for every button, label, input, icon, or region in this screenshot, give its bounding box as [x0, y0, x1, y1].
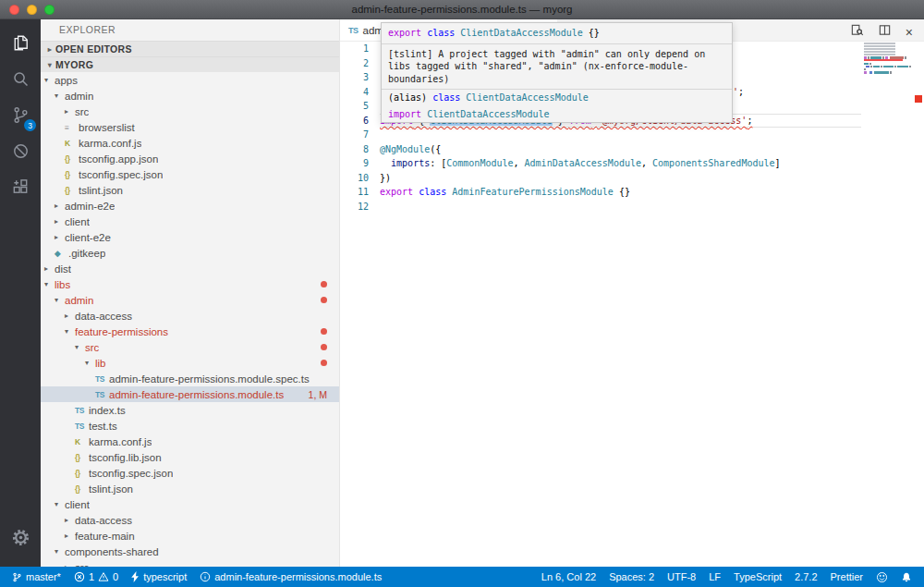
tree-item-src[interactable]: ▸src [41, 104, 339, 119]
tree-item-data-access[interactable]: ▸data-access [41, 512, 339, 528]
tree-item-karma.conf.js[interactable]: Kkarma.conf.js [41, 135, 339, 151]
tree-item-client[interactable]: ▸client [41, 214, 339, 229]
ts-version[interactable]: 2.7.2 [788, 567, 823, 587]
tree-item-label: admin [65, 91, 93, 102]
notifications[interactable] [894, 567, 918, 587]
activity-explorer-button[interactable] [0, 27, 41, 63]
window-close-button[interactable] [9, 5, 19, 15]
status-label: master* [26, 571, 61, 582]
window-title: admin-feature-permissions.module.ts — my… [351, 4, 572, 15]
feedback[interactable] [869, 567, 894, 587]
tree-item-tslint.json[interactable]: {}tslint.json [41, 182, 339, 198]
status-label: 1 [89, 571, 94, 582]
tree-item-lib[interactable]: ▾lib [41, 355, 339, 371]
typescript-status[interactable]: typescript [125, 567, 193, 587]
error-dot [321, 360, 327, 366]
code-line-10[interactable]: 10}) [340, 171, 861, 186]
tree-item-admin-feature-permissions.module.spec.ts[interactable]: TSadmin-feature-permissions.module.spec.… [41, 371, 339, 386]
tree-item-admin[interactable]: ▾admin [41, 292, 339, 308]
code-line-12[interactable]: 12 [340, 200, 861, 214]
tree-item-admin-feature-permissions.module.ts[interactable]: TSadmin-feature-permissions.module.ts1, … [41, 386, 339, 402]
problems-status[interactable]: 10 [67, 567, 125, 587]
indentation[interactable]: Spaces: 2 [602, 567, 661, 587]
tree-item-data-access[interactable]: ▸data-access [41, 308, 339, 324]
hover-lint-message: [tslint] A project tagged with "admin" c… [382, 44, 732, 90]
tree-item-tsconfig.spec.json[interactable]: {}tsconfig.spec.json [41, 166, 339, 182]
tree-item-src[interactable]: ▸src [41, 559, 339, 567]
cursor-position[interactable]: Ln 6, Col 22 [535, 567, 602, 587]
prettier-status[interactable]: Prettier [824, 567, 869, 587]
close-editor-icon[interactable]: × [906, 26, 913, 39]
activity-debug-button[interactable] [0, 135, 41, 171]
tree-item-feature-main[interactable]: ▸feature-main [41, 528, 339, 544]
window-zoom-button[interactable] [44, 5, 55, 15]
hover-tooltip[interactable]: export class ClientDataAccessModule {} [… [381, 22, 733, 123]
tree-item-label: feature-permissions [75, 326, 168, 337]
code-line-11[interactable]: 11export class AdminFeaturePermissionsMo… [340, 185, 861, 200]
code-line-8[interactable]: 8@NgModule({ [340, 142, 861, 157]
tree-item-label: tsconfig.spec.json [79, 169, 163, 180]
tree-item-label: admin-feature-permissions.module.spec.ts [109, 373, 310, 385]
tree-item-tsconfig.app.json[interactable]: {}tsconfig.app.json [41, 151, 339, 166]
tree-item-label: admin-e2e [65, 201, 115, 212]
tree-item-.gitkeep[interactable]: ◆.gitkeep [41, 245, 339, 261]
json-file-icon: {} [65, 170, 79, 179]
tree-item-dist[interactable]: ▸dist [41, 261, 339, 276]
tree-item-karma.conf.js[interactable]: Kkarma.conf.js [41, 434, 339, 449]
tree-item-admin-e2e[interactable]: ▸admin-e2e [41, 198, 339, 214]
chevron-down-icon: ▾ [85, 359, 95, 367]
minimap[interactable] [864, 42, 903, 77]
code-line-9[interactable]: 9 imports: [CommonModule, AdminDataAcces… [340, 156, 861, 171]
encoding[interactable]: UTF-8 [661, 567, 702, 587]
tree-item-apps[interactable]: ▾apps [41, 72, 339, 88]
status-label: LF [709, 571, 721, 582]
tree-item-index.ts[interactable]: TSindex.ts [41, 402, 339, 418]
tree-item-libs[interactable]: ▾libs [41, 276, 339, 292]
zap-icon [131, 571, 140, 582]
karma-file-icon: K [65, 139, 79, 148]
error-dot [321, 281, 327, 287]
status-label: Spaces: 2 [609, 571, 654, 582]
tree-item-label: karma.conf.js [89, 436, 152, 447]
tree-item-client-e2e[interactable]: ▸client-e2e [41, 229, 339, 245]
error-dot [321, 297, 327, 303]
tree-item-client[interactable]: ▾client [41, 496, 339, 512]
title-bar[interactable]: admin-feature-permissions.module.ts — my… [0, 0, 924, 19]
tree-item-src[interactable]: ▾src [41, 339, 339, 355]
error-dot [321, 344, 327, 350]
tree-item-components-shared[interactable]: ▾components-shared [41, 544, 339, 559]
tree-item-browserslist[interactable]: ≡browserslist [41, 119, 339, 135]
workspace-section-header[interactable]: ▾ MYORG [41, 56, 339, 72]
line-number: 6 [340, 114, 380, 128]
split-editor-icon[interactable] [878, 23, 892, 41]
git-branch-status[interactable]: master* [6, 567, 67, 587]
file-tree: ▾apps▾admin▸src≡browserslistKkarma.conf.… [41, 72, 339, 567]
eol[interactable]: LF [702, 567, 727, 587]
line-number: 11 [340, 185, 380, 200]
chevron-right-icon: ▸ [65, 516, 75, 524]
active-file-status[interactable]: admin-feature-permissions.module.ts [193, 567, 388, 587]
settings-gear-button[interactable] [0, 521, 41, 557]
tree-item-label: apps [55, 75, 78, 86]
tree-item-test.ts[interactable]: TStest.ts [41, 418, 339, 434]
tree-item-tsconfig.spec.json[interactable]: {}tsconfig.spec.json [41, 465, 339, 481]
code-text [380, 200, 861, 214]
window-minimize-button[interactable] [27, 5, 37, 15]
activity-source-control-button[interactable]: 3 [0, 99, 41, 135]
language-mode[interactable]: TypeScript [727, 567, 788, 587]
tree-item-feature-permissions[interactable]: ▾feature-permissions [41, 324, 339, 339]
activity-extensions-button[interactable] [0, 171, 41, 207]
activity-search-button[interactable] [0, 63, 41, 99]
ts-file-icon: TS [75, 422, 89, 431]
tree-item-label: browserslist [79, 122, 135, 133]
open-editors-section-header[interactable]: ▸ OPEN EDITORS [41, 41, 339, 56]
chevron-right-icon: ▸ [55, 233, 65, 241]
tree-item-tsconfig.lib.json[interactable]: {}tsconfig.lib.json [41, 449, 339, 465]
tree-item-label: admin-feature-permissions.module.ts [109, 389, 284, 400]
code-text: @NgModule({ [380, 142, 861, 157]
minimap-line [864, 74, 903, 77]
code-line-7[interactable]: 7 [340, 128, 861, 142]
open-changes-icon[interactable] [850, 23, 864, 41]
tree-item-admin[interactable]: ▾admin [41, 88, 339, 104]
tree-item-tslint.json[interactable]: {}tslint.json [41, 481, 339, 496]
